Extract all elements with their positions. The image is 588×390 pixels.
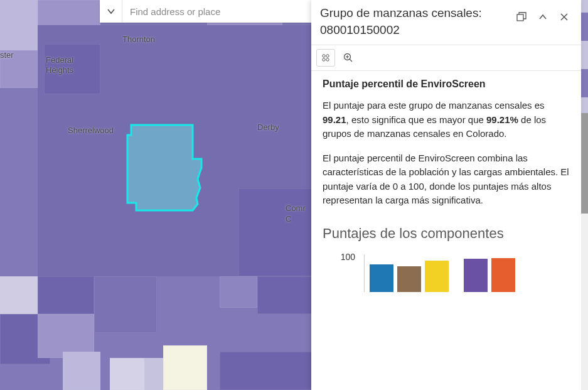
popup-title-id: 080010150002 bbox=[320, 23, 400, 36]
content-heading: Puntaje percentil de EnviroScreen bbox=[323, 79, 570, 90]
chevron-up-icon bbox=[538, 12, 548, 22]
feature-popup: Grupo de manzanas censales: 080010150002 bbox=[311, 0, 581, 390]
map-city-label: FederalHeights bbox=[46, 55, 73, 75]
chart-y-tick: 100 bbox=[330, 252, 355, 262]
svg-line-6 bbox=[350, 59, 352, 62]
content-paragraph-2: El puntaje percentil de EnviroScreen com… bbox=[323, 151, 570, 208]
search-bar bbox=[100, 0, 311, 23]
chart-bar bbox=[397, 266, 421, 291]
chart-bar bbox=[464, 259, 488, 292]
para-text: El puntaje para este grupo de manzanas c… bbox=[323, 100, 545, 111]
selected-feature-highlight[interactable] bbox=[122, 122, 204, 214]
map-tile bbox=[38, 276, 94, 314]
chart-bars-area bbox=[364, 254, 515, 292]
map-city-label: Derby bbox=[257, 122, 279, 132]
component-scores-heading: Puntajes de los componentes bbox=[323, 225, 570, 242]
svg-point-2 bbox=[326, 55, 329, 57]
search-source-dropdown[interactable] bbox=[100, 0, 122, 23]
percent-value: 99.21% bbox=[486, 114, 518, 125]
svg-point-3 bbox=[323, 58, 325, 61]
popup-header: Grupo de manzanas censales: 080010150002 bbox=[311, 0, 581, 45]
map-tile bbox=[238, 188, 314, 276]
scrollbar-thumb[interactable] bbox=[581, 113, 588, 214]
chevron-down-icon bbox=[107, 7, 115, 16]
map-tile bbox=[110, 358, 144, 390]
map-tile bbox=[63, 352, 100, 390]
close-button[interactable] bbox=[556, 9, 572, 25]
popup-title-prefix: Grupo de manzanas censales: bbox=[320, 6, 482, 19]
zoom-in-icon bbox=[343, 52, 354, 63]
map-tile bbox=[0, 0, 38, 50]
map-tile bbox=[220, 352, 314, 390]
map-tile bbox=[144, 358, 163, 390]
map-tile bbox=[163, 345, 207, 390]
map-edge-strip bbox=[581, 0, 588, 113]
map-city-label: ComrC bbox=[286, 203, 306, 225]
score-value: 99.21 bbox=[323, 114, 346, 125]
component-scores-chart: 100 bbox=[330, 254, 570, 295]
map-tile bbox=[0, 276, 38, 314]
chart-bar bbox=[425, 261, 449, 291]
svg-point-4 bbox=[326, 58, 329, 61]
chart-bar bbox=[370, 264, 393, 292]
related-records-icon bbox=[321, 53, 331, 63]
map-city-label: Thornton bbox=[122, 35, 155, 44]
search-input[interactable] bbox=[122, 0, 311, 23]
map-city-label: Sherrelwood bbox=[68, 126, 114, 135]
select-feature-button[interactable] bbox=[316, 49, 335, 67]
svg-rect-0 bbox=[517, 14, 523, 21]
close-icon bbox=[559, 12, 569, 22]
para-text: , esto significa que es mayor que bbox=[346, 114, 486, 125]
popup-content[interactable]: Puntaje percentil de EnviroScreen El pun… bbox=[311, 71, 581, 390]
map-tile bbox=[94, 276, 157, 333]
map-tile bbox=[220, 276, 257, 308]
popup-toolbar bbox=[311, 45, 581, 71]
map-city-label: ster bbox=[0, 50, 14, 60]
svg-point-1 bbox=[323, 55, 325, 57]
map-tile bbox=[257, 276, 314, 314]
dock-button[interactable] bbox=[513, 9, 530, 25]
collapse-button[interactable] bbox=[535, 9, 551, 25]
content-paragraph-1: El puntaje para este grupo de manzanas c… bbox=[323, 99, 570, 141]
popup-title: Grupo de manzanas censales: 080010150002 bbox=[320, 5, 508, 38]
dock-icon bbox=[516, 11, 527, 23]
chart-bar bbox=[491, 258, 515, 292]
zoom-to-button[interactable] bbox=[339, 49, 358, 67]
